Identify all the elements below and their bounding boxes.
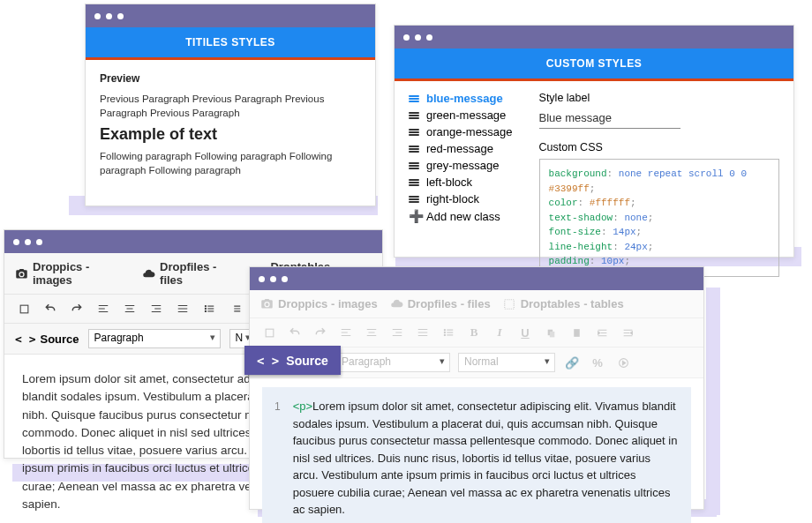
svg-rect-11 bbox=[549, 331, 553, 337]
dropfiles-button[interactable]: Dropfiles - files bbox=[142, 260, 241, 287]
font-select-disabled: Normal bbox=[458, 353, 555, 372]
source-code-text[interactable]: <p>Lorem ipsum dolor sit amet, consectet… bbox=[293, 398, 679, 519]
class-item-left-block[interactable]: left-block bbox=[409, 176, 513, 189]
format-toolbar-disabled: B I U bbox=[250, 318, 703, 347]
svg-point-9 bbox=[444, 334, 445, 335]
stack-icon bbox=[409, 162, 419, 169]
indent-left-icon bbox=[593, 324, 611, 341]
custom-header: CUSTOM STYLES bbox=[395, 49, 793, 81]
cloud-icon bbox=[142, 267, 155, 280]
indent-right-icon bbox=[619, 324, 636, 341]
paragraph-select-disabled: Paragraph bbox=[335, 353, 450, 372]
traffic-dot bbox=[25, 239, 31, 245]
preview-example-text: Example of text bbox=[100, 125, 361, 144]
window-titlebar bbox=[86, 4, 375, 27]
add-new-label: Add new class bbox=[426, 210, 500, 223]
traffic-dot bbox=[13, 239, 19, 245]
traffic-dot bbox=[106, 13, 112, 19]
class-item-right-block[interactable]: right-block bbox=[409, 192, 513, 205]
droppics-button[interactable]: Droppics - images bbox=[15, 260, 130, 287]
droppics-label: Droppics - images bbox=[33, 260, 130, 287]
stack-icon bbox=[409, 95, 419, 102]
stack-icon bbox=[409, 129, 419, 136]
undo-icon bbox=[286, 324, 304, 341]
redo-icon[interactable] bbox=[68, 300, 86, 318]
stack-icon bbox=[409, 146, 419, 153]
paragraph-select[interactable]: Paragraph bbox=[88, 329, 221, 348]
custom-css-editor[interactable]: background: none repeat scroll 0 0 #3399… bbox=[539, 159, 779, 277]
class-label: red-message bbox=[426, 142, 493, 155]
copy-icon bbox=[542, 324, 560, 341]
stack-icon bbox=[409, 179, 419, 186]
class-item-orange-message[interactable]: orange-message bbox=[409, 125, 513, 138]
source-button[interactable]: < > Source bbox=[15, 332, 79, 346]
traffic-dot bbox=[415, 34, 421, 41]
align-justify-icon bbox=[414, 324, 432, 341]
class-label: left-block bbox=[426, 176, 472, 189]
code-icon: < > bbox=[15, 332, 35, 346]
class-item-blue-message[interactable]: blue-message bbox=[409, 92, 513, 105]
window-titlebar bbox=[395, 26, 793, 49]
class-label: blue-message bbox=[426, 92, 503, 105]
class-item-grey-message[interactable]: grey-message bbox=[409, 159, 513, 172]
traffic-dot bbox=[270, 276, 276, 282]
link-icon: 🔗 bbox=[563, 354, 581, 371]
undo-icon[interactable] bbox=[41, 300, 59, 318]
stack-icon bbox=[409, 196, 419, 203]
align-left-icon bbox=[337, 324, 355, 341]
cloud-icon bbox=[390, 297, 403, 310]
source-label: Source bbox=[286, 354, 327, 368]
align-justify-icon[interactable] bbox=[174, 300, 192, 318]
align-left-icon[interactable] bbox=[94, 300, 112, 318]
droptables-button-disabled: Droptables - tables bbox=[503, 297, 624, 310]
traffic-dot bbox=[403, 34, 410, 41]
class-label: grey-message bbox=[426, 159, 499, 172]
camera-icon bbox=[15, 267, 28, 280]
svg-rect-6 bbox=[266, 329, 274, 337]
class-item-green-message[interactable]: green-message bbox=[409, 108, 513, 122]
traffic-dot bbox=[94, 13, 101, 19]
paste-icon bbox=[568, 324, 585, 341]
traffic-dot bbox=[36, 239, 42, 245]
align-center-icon[interactable] bbox=[121, 300, 139, 318]
redo-icon bbox=[312, 324, 329, 341]
source-label: Source bbox=[40, 332, 79, 346]
traffic-dot bbox=[426, 34, 432, 41]
line-number: 1 bbox=[274, 398, 281, 519]
source-active-button[interactable]: < > Source bbox=[244, 347, 341, 375]
svg-rect-1 bbox=[20, 305, 28, 313]
style-label-caption: Style label bbox=[539, 92, 779, 104]
list-bullet-icon[interactable] bbox=[200, 300, 218, 318]
class-item-red-message[interactable]: red-message bbox=[409, 142, 513, 155]
align-center-icon bbox=[363, 324, 380, 341]
align-right-icon bbox=[388, 324, 406, 341]
plus-icon: ➕ bbox=[409, 209, 419, 223]
align-right-icon[interactable] bbox=[147, 300, 165, 318]
style-label-input[interactable]: Blue message bbox=[539, 109, 680, 129]
custom-css-caption: Custom CSS bbox=[539, 141, 779, 153]
svg-point-7 bbox=[444, 330, 445, 331]
maximize-icon[interactable] bbox=[15, 300, 33, 318]
maximize-icon bbox=[260, 324, 278, 341]
dropfiles-button-disabled: Dropfiles - files bbox=[390, 297, 491, 310]
droptables-label: Droptables - tables bbox=[521, 297, 624, 310]
svg-point-2 bbox=[205, 306, 206, 307]
bold-icon: B bbox=[465, 324, 483, 341]
droppics-label: Droppics - images bbox=[278, 297, 378, 310]
preview-prev-paragraph: Previous Paragraph Previous Paragraph Pr… bbox=[100, 92, 361, 120]
class-label: orange-message bbox=[426, 125, 513, 138]
stack-icon bbox=[409, 112, 419, 119]
list-number-icon[interactable] bbox=[227, 300, 244, 318]
add-new-class-button[interactable]: ➕ Add new class bbox=[409, 209, 513, 223]
svg-rect-5 bbox=[505, 299, 515, 309]
play-icon bbox=[614, 354, 632, 371]
window-titlebar bbox=[4, 230, 382, 253]
source-code-area[interactable]: 1 <p>Lorem ipsum dolor sit amet, consect… bbox=[262, 387, 691, 523]
class-label: green-message bbox=[426, 108, 506, 122]
svg-point-3 bbox=[205, 308, 206, 309]
plugin-toolbar-disabled: Droppics - images Dropfiles - files Drop… bbox=[250, 290, 703, 318]
traffic-dot bbox=[117, 13, 124, 19]
dropfiles-label: Dropfiles - files bbox=[408, 297, 491, 310]
underline-icon: U bbox=[516, 324, 534, 341]
camera-icon bbox=[260, 297, 274, 310]
